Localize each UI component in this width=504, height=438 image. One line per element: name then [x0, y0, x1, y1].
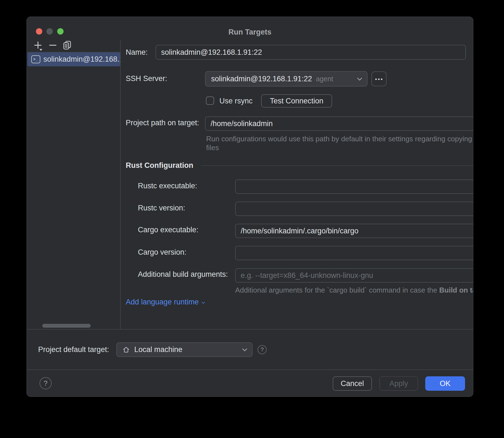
build-args-help-text: Additional arguments for the `cargo buil…	[235, 286, 439, 294]
project-default-target-value: Local machine	[134, 345, 182, 354]
rust-section-divider	[201, 165, 473, 166]
cargo-executable-label: Cargo executable:	[138, 226, 198, 234]
project-path-input[interactable]	[205, 116, 473, 131]
run-targets-dialog: Run Targets >_ solinkadmin@192.168.1.91:…	[27, 17, 473, 397]
copy-target-button[interactable]	[62, 40, 73, 51]
additional-build-args-label: Additional build arguments:	[138, 270, 228, 278]
additional-build-args-input[interactable]	[235, 268, 473, 283]
remove-target-button[interactable]	[47, 40, 58, 51]
add-language-runtime-link[interactable]: Add language runtime	[126, 298, 204, 306]
ssh-server-browse-button[interactable]: …	[371, 71, 387, 86]
target-item-label: solinkadmin@192.168.1.91:22	[43, 55, 120, 64]
cargo-executable-input[interactable]	[235, 224, 473, 238]
rustc-executable-input[interactable]	[235, 179, 473, 194]
sidebar-divider	[120, 40, 121, 329]
target-list-item[interactable]: >_ solinkadmin@192.168.1.91:22	[27, 52, 120, 66]
project-path-help-line1: Run configurations would use this path b…	[206, 135, 473, 143]
help-button[interactable]: ?	[40, 377, 52, 389]
add-target-button[interactable]	[32, 40, 43, 51]
bottom-divider	[27, 329, 473, 330]
build-args-help: Additional arguments for the `cargo buil…	[235, 286, 473, 294]
rustc-version-label: Rustc version:	[138, 204, 185, 212]
ssh-server-value: solinkadmin@192.168.1.91:22	[211, 75, 312, 83]
chevron-down-icon	[201, 300, 205, 304]
minus-icon	[49, 45, 56, 46]
window-title: Run Targets	[27, 28, 473, 36]
add-language-runtime-label: Add language runtime	[126, 298, 199, 306]
sidebar-horizontal-scrollbar[interactable]	[42, 324, 91, 328]
project-path-label: Project path on target:	[126, 119, 199, 127]
test-connection-button[interactable]: Test Connection	[261, 94, 332, 108]
rustc-version-input[interactable]	[235, 202, 473, 216]
ssh-server-select[interactable]: solinkadmin@192.168.1.91:22 agent	[205, 71, 368, 87]
chevron-down-icon	[357, 75, 362, 80]
build-args-help-bold: Build on ta	[439, 286, 474, 294]
cargo-version-input[interactable]	[235, 246, 473, 260]
ok-button[interactable]: OK	[425, 376, 465, 391]
rustc-executable-label: Rustc executable:	[138, 182, 197, 190]
terminal-icon: >_	[31, 55, 40, 63]
cancel-button[interactable]: Cancel	[333, 376, 372, 391]
name-input[interactable]	[156, 45, 466, 60]
footer-divider	[27, 369, 473, 370]
ssh-agent-badge: agent	[316, 75, 333, 83]
use-rsync-label: Use rsync	[219, 97, 253, 105]
name-label: Name:	[126, 48, 148, 56]
chevron-down-icon	[242, 346, 247, 351]
project-default-target-label: Project default target:	[38, 345, 109, 354]
rust-section-title: Rust Configuration	[126, 161, 193, 170]
use-rsync-checkbox[interactable]	[206, 97, 214, 105]
screen: { "window": { "title": "Run Targets" }, …	[0, 0, 504, 438]
apply-button[interactable]: Apply	[379, 376, 418, 391]
copy-icon	[63, 40, 72, 50]
ssh-server-label: SSH Server:	[126, 74, 167, 83]
plus-icon	[34, 41, 41, 49]
project-default-target-select[interactable]: Local machine	[116, 342, 253, 357]
cargo-version-label: Cargo version:	[138, 248, 187, 256]
target-help-button[interactable]: ?	[258, 345, 267, 354]
house-icon	[122, 346, 130, 353]
project-path-help-line2: files	[206, 144, 219, 152]
